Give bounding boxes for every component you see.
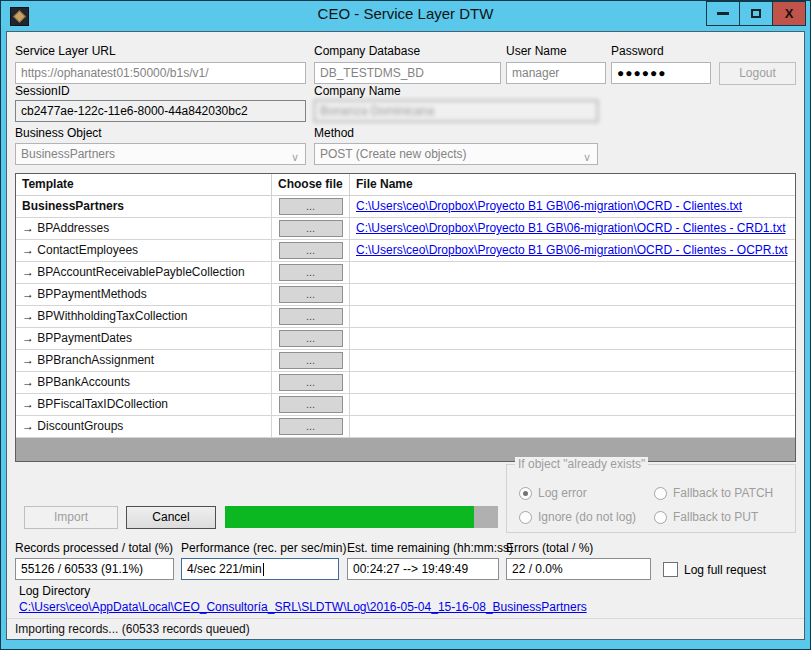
- table-row: → BPBankAccounts ...: [16, 372, 795, 394]
- table-row: → BPPaymentMethods ...: [16, 284, 795, 306]
- choose-file-cell: ...: [272, 328, 350, 349]
- business-object-value: BusinessPartners: [21, 147, 115, 161]
- choose-file-button[interactable]: ...: [279, 374, 343, 391]
- radio-label: Log error: [538, 486, 587, 500]
- col-header-file-name: File Name: [350, 174, 795, 195]
- choose-file-button[interactable]: ...: [279, 198, 343, 215]
- radio-icon: [654, 487, 667, 500]
- template-file-table: Template Choose file File Name BusinessP…: [15, 173, 796, 462]
- radio-icon: [654, 511, 667, 524]
- file-name-link[interactable]: C:\Users\ceo\Dropbox\Proyecto B1 GB\06-m…: [356, 199, 742, 213]
- password-input[interactable]: ●●●●●●: [611, 62, 711, 84]
- service-layer-url-input[interactable]: https://ophanatest01:50000/b1s/v1/: [15, 62, 306, 84]
- col-header-choose-file: Choose file: [272, 174, 350, 195]
- file-name-cell: [350, 306, 795, 327]
- session-id-input[interactable]: cb2477ae-122c-11e6-8000-44a842030bc2: [15, 100, 306, 122]
- est-time-label: Est. time remaining (hh:mm:ss): [347, 541, 513, 555]
- choose-file-cell: ...: [272, 350, 350, 371]
- file-name-cell: [350, 284, 795, 305]
- errors-label: Errors (total / %): [506, 541, 593, 555]
- template-cell: → BPPaymentDates: [16, 328, 272, 349]
- choose-file-button[interactable]: ...: [279, 286, 343, 303]
- errors-value[interactable]: 22 / 0.0%: [506, 558, 651, 580]
- minimize-button[interactable]: [706, 1, 740, 26]
- radio-fallback-put[interactable]: Fallback to PUT: [654, 505, 789, 529]
- chevron-down-icon: ∨: [583, 147, 591, 167]
- choose-file-cell: ...: [272, 218, 350, 239]
- records-value[interactable]: 55126 / 60533 (91.1%): [15, 558, 174, 580]
- radio-fallback-patch[interactable]: Fallback to PATCH: [654, 481, 789, 505]
- import-button[interactable]: Import: [24, 506, 118, 529]
- close-icon: X: [785, 6, 794, 21]
- file-name-link[interactable]: C:\Users\ceo\Dropbox\Proyecto B1 GB\06-m…: [356, 243, 787, 257]
- log-directory-link[interactable]: C:\Users\ceo\AppData\Local\CEO_Consultor…: [19, 600, 587, 614]
- choose-file-button[interactable]: ...: [279, 330, 343, 347]
- choose-file-cell: ...: [272, 416, 350, 437]
- choose-file-button[interactable]: ...: [279, 264, 343, 281]
- choose-file-cell: ...: [272, 196, 350, 217]
- radio-log-error[interactable]: Log error: [519, 481, 654, 505]
- status-text: Importing records... (60533 records queu…: [15, 622, 250, 636]
- template-cell: BusinessPartners: [16, 196, 272, 217]
- template-cell: → BPBankAccounts: [16, 372, 272, 393]
- table-row: BusinessPartners ... C:\Users\ceo\Dropbo…: [16, 196, 795, 218]
- close-button[interactable]: X: [772, 1, 806, 26]
- table-header-row: Template Choose file File Name: [16, 174, 795, 196]
- template-cell: → DiscountGroups: [16, 416, 272, 437]
- file-name-cell: [350, 328, 795, 349]
- table-row: → BPAccountReceivablePaybleCollection ..…: [16, 262, 795, 284]
- service-layer-url-label: Service Layer URL: [15, 44, 116, 58]
- choose-file-button[interactable]: ...: [279, 396, 343, 413]
- app-window: CEO - Service Layer DTW X Service Layer …: [0, 0, 811, 650]
- log-full-request-label: Log full request: [684, 563, 766, 577]
- template-cell: → BPWithholdingTaxCollection: [16, 306, 272, 327]
- choose-file-cell: ...: [272, 284, 350, 305]
- cancel-button[interactable]: Cancel: [126, 506, 216, 529]
- group-title: If object "already exists": [515, 457, 648, 471]
- radio-ignore[interactable]: Ignore (do not log): [519, 505, 654, 529]
- choose-file-button[interactable]: ...: [279, 242, 343, 259]
- already-exists-group: If object "already exists" Log error Ign…: [506, 464, 796, 533]
- business-object-select[interactable]: BusinessPartners ∨: [15, 143, 306, 165]
- choose-file-button[interactable]: ...: [279, 308, 343, 325]
- company-database-input[interactable]: DB_TESTDMS_BD: [314, 62, 501, 84]
- maximize-icon: [751, 9, 761, 18]
- choose-file-button[interactable]: ...: [279, 418, 343, 435]
- file-name-cell: [350, 416, 795, 437]
- log-full-request-checkbox[interactable]: [663, 562, 678, 577]
- window-controls: X: [707, 1, 806, 26]
- file-name-link[interactable]: C:\Users\ceo\Dropbox\Proyecto B1 GB\06-m…: [356, 221, 785, 235]
- choose-file-button[interactable]: ...: [279, 220, 343, 237]
- performance-label: Performance (rec. per sec/min): [181, 541, 346, 555]
- method-select[interactable]: POST (Create new objects) ∨: [314, 143, 598, 165]
- method-value: POST (Create new objects): [320, 147, 467, 161]
- table-row: → BPPaymentDates ...: [16, 328, 795, 350]
- password-label: Password: [611, 44, 664, 58]
- user-name-input[interactable]: manager: [506, 62, 606, 84]
- table-row: → ContactEmployees ... C:\Users\ceo\Drop…: [16, 240, 795, 262]
- radio-label: Fallback to PATCH: [673, 486, 773, 500]
- choose-file-cell: ...: [272, 240, 350, 261]
- template-cell: → BPPaymentMethods: [16, 284, 272, 305]
- performance-value[interactable]: 4/sec 221/min: [181, 558, 339, 580]
- method-label: Method: [314, 126, 354, 140]
- window-title: CEO - Service Layer DTW: [1, 5, 810, 22]
- template-cell: → BPBranchAssignment: [16, 350, 272, 371]
- user-name-label: User Name: [506, 44, 567, 58]
- radio-icon: [519, 511, 532, 524]
- file-name-cell: C:\Users\ceo\Dropbox\Proyecto B1 GB\06-m…: [350, 218, 795, 239]
- title-bar[interactable]: CEO - Service Layer DTW X: [1, 1, 810, 31]
- choose-file-cell: ...: [272, 306, 350, 327]
- est-time-value[interactable]: 00:24:27 --> 19:49:49: [347, 558, 499, 580]
- company-name-input[interactable]: Bonanza Dominicana: [314, 100, 598, 122]
- radio-label: Ignore (do not log): [538, 510, 636, 524]
- logout-button[interactable]: Logout: [719, 62, 796, 85]
- table-row: → BPFiscalTaxIDCollection ...: [16, 394, 795, 416]
- choose-file-cell: ...: [272, 394, 350, 415]
- client-area: Service Layer URL Company Database User …: [6, 31, 805, 640]
- maximize-button[interactable]: [739, 1, 773, 26]
- template-cell: → BPAddresses: [16, 218, 272, 239]
- template-cell: → ContactEmployees: [16, 240, 272, 261]
- company-name-label: Company Name: [314, 84, 401, 98]
- choose-file-button[interactable]: ...: [279, 352, 343, 369]
